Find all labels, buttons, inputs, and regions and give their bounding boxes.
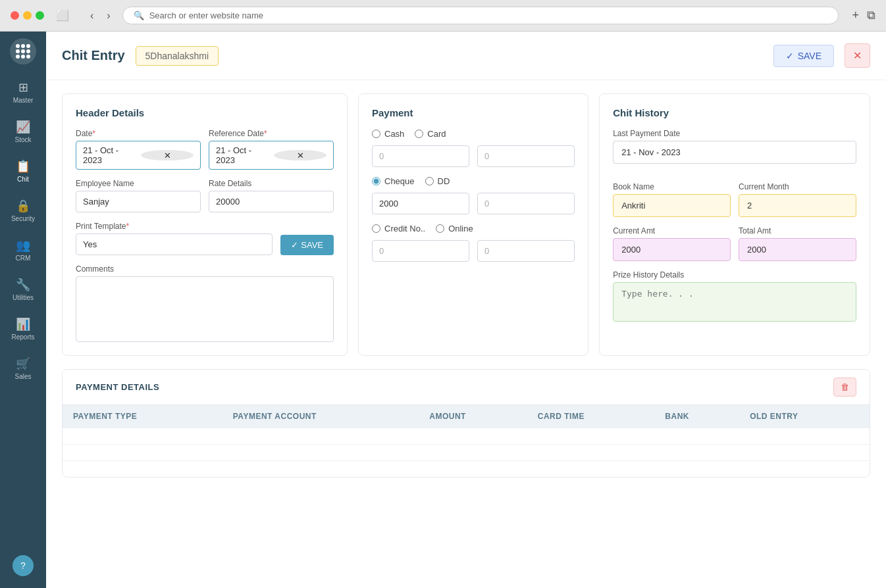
header-details-card: Header Details Date* 21 - Oct - 2023 ✕ <box>62 93 348 356</box>
sidebar-item-sales[interactable]: 🛒 Sales <box>3 350 43 387</box>
sidebar-item-reports[interactable]: 📊 Reports <box>3 310 43 347</box>
sidebar-item-label: CRM <box>16 255 31 262</box>
sidebar-item-label: Master <box>13 97 34 104</box>
employee-name-input[interactable] <box>76 191 201 212</box>
header-save-button[interactable]: ✓ SAVE <box>773 45 834 67</box>
checkmark-icon: ✓ <box>786 51 794 61</box>
cell-amount <box>419 428 527 445</box>
employee-name-label: Employee Name <box>76 179 201 188</box>
payment-row-1: Cash Card <box>372 129 575 139</box>
cell-payment-account <box>222 428 419 445</box>
sales-icon: 🛒 <box>16 356 30 371</box>
table-row <box>63 428 870 445</box>
payment-pair-2 <box>372 193 575 214</box>
date-clear-button[interactable]: ✕ <box>141 150 194 160</box>
cell-bank <box>654 445 739 461</box>
cash-input[interactable] <box>372 145 469 167</box>
online-label: Online <box>448 224 473 233</box>
employee-name-group: Employee Name <box>76 179 201 212</box>
last-payment-date-label: Last Payment Date <box>613 129 856 138</box>
print-template-input[interactable] <box>76 233 273 255</box>
sidebar-item-security[interactable]: 🔒 Security <box>3 192 43 229</box>
minimize-window-button[interactable] <box>23 11 32 20</box>
cash-radio[interactable] <box>372 130 380 138</box>
date-value: 21 - Oct - 2023 <box>83 145 136 165</box>
col-card-time: CARD TIME <box>527 405 655 428</box>
online-radio[interactable] <box>436 224 444 233</box>
chit-icon: 📋 <box>16 159 30 174</box>
print-template-group: Print Template* <box>76 222 273 255</box>
comments-input[interactable] <box>76 276 334 342</box>
master-icon: ⊞ <box>18 80 28 95</box>
help-button[interactable]: ? <box>13 555 34 576</box>
sidebar-item-master[interactable]: ⊞ Master <box>3 74 43 110</box>
cash-label: Cash <box>384 129 404 139</box>
sidebar-item-utilities[interactable]: 🔧 Utilities <box>3 271 43 308</box>
current-month-group: Current Month <box>739 182 856 217</box>
cell-payment-type <box>63 461 222 478</box>
comments-group: Comments <box>76 264 334 342</box>
chit-name-tag[interactable]: 5Dhanalakshmi <box>136 46 219 66</box>
sidebar-item-label: Sales <box>14 373 31 380</box>
sidebar-toggle-button[interactable]: ⬜ <box>52 8 73 23</box>
cheque-label: Cheque <box>384 176 415 186</box>
last-payment-date-input[interactable] <box>613 141 856 164</box>
search-icon: 🔍 <box>134 11 144 20</box>
address-bar[interactable]: 🔍 Search or enter website name <box>122 7 839 24</box>
prize-history-input[interactable] <box>613 282 856 322</box>
table-row <box>63 461 870 478</box>
sidebar-item-stock[interactable]: 📈 Stock <box>3 113 43 150</box>
new-tab-button[interactable]: + <box>852 9 859 22</box>
prize-history-group: Prize History Details <box>613 270 856 322</box>
cell-payment-account <box>222 461 419 478</box>
sidebar-item-crm[interactable]: 👥 CRM <box>3 232 43 268</box>
cell-bank <box>654 461 739 478</box>
delete-button[interactable]: 🗑 <box>833 378 856 397</box>
header-close-button[interactable]: ✕ <box>845 43 870 68</box>
checkmark-icon: ✓ <box>291 240 298 250</box>
ref-date-input[interactable]: 21 - Oct - 2023 ✕ <box>209 141 334 170</box>
browser-chrome: ⬜ ‹ › 🔍 Search or enter website name + ⧉ <box>0 0 886 32</box>
tabs-button[interactable]: ⧉ <box>867 9 875 22</box>
payment-card: Payment Cash Card <box>358 93 588 356</box>
dd-radio[interactable] <box>425 177 434 185</box>
total-amt-input[interactable] <box>739 238 856 261</box>
payment-pair-1 <box>372 145 575 167</box>
book-name-input[interactable] <box>613 194 731 217</box>
browser-navigation: ‹ › <box>86 9 115 23</box>
sidebar-item-chit[interactable]: 📋 Chit <box>3 153 43 189</box>
book-name-group: Book Name <box>613 182 731 217</box>
payment-table: PAYMENT TYPE PAYMENT ACCOUNT AMOUNT CARD… <box>63 405 870 477</box>
payment-details-section: PAYMENT DETAILS 🗑 PAYMENT TYPE PAYMENT A… <box>62 369 870 478</box>
stock-icon: 📈 <box>16 120 30 134</box>
current-amt-group: Current Amt <box>613 226 731 261</box>
form-area: Header Details Date* 21 - Oct - 2023 ✕ <box>46 80 886 491</box>
rate-details-input[interactable] <box>209 191 334 212</box>
credit-radio[interactable] <box>372 224 380 233</box>
cell-card-time <box>527 461 655 478</box>
form-save-button[interactable]: ✓ SAVE <box>280 235 334 255</box>
cheque-input[interactable] <box>372 193 469 214</box>
current-amt-label: Current Amt <box>613 226 731 235</box>
ref-date-clear-button[interactable]: ✕ <box>274 150 326 160</box>
table-row <box>63 445 870 461</box>
online-input[interactable] <box>477 240 575 262</box>
card-input[interactable] <box>477 145 575 167</box>
col-old-entry: OLD ENTRY <box>739 405 870 428</box>
current-amt-input[interactable] <box>613 238 731 261</box>
app-logo <box>10 38 36 64</box>
maximize-window-button[interactable] <box>36 11 44 20</box>
dd-input[interactable] <box>477 193 575 214</box>
online-radio-group: Online <box>436 224 473 233</box>
credit-label: Credit No.. <box>384 224 425 233</box>
sidebar-item-label: Chit <box>17 176 29 183</box>
close-window-button[interactable] <box>11 11 19 20</box>
cheque-radio[interactable] <box>372 177 380 185</box>
date-input[interactable]: 21 - Oct - 2023 ✕ <box>76 141 201 170</box>
cell-amount <box>419 445 527 461</box>
card-radio[interactable] <box>415 130 423 138</box>
forward-button[interactable]: › <box>103 9 114 23</box>
credit-input[interactable] <box>372 240 469 262</box>
back-button[interactable]: ‹ <box>86 9 97 23</box>
current-month-input[interactable] <box>739 194 856 217</box>
